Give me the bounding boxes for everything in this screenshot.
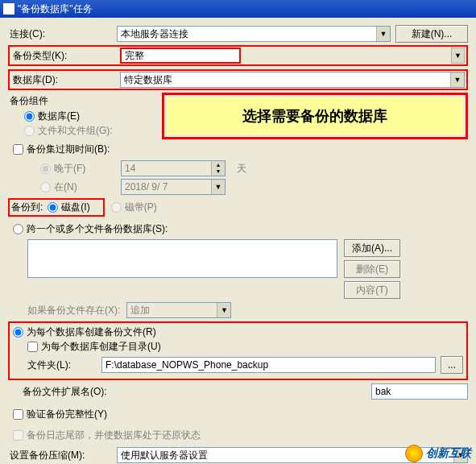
remove-file-button: 删除(E) [344,260,400,278]
connection-label: 连接(C): [8,27,117,41]
files-groups-radio-input [24,126,35,136]
files-groups-label: 文件和文件组(G): [38,124,113,138]
database-value: 特定数据库 [124,73,172,87]
per-db-radio[interactable]: 为每个数据库创建备份文件(R) [13,325,156,339]
disk-label: 磁盘(I) [61,201,89,214]
backup-files-listbox[interactable] [27,239,337,278]
spinner-icon: ▲▼ [211,161,225,176]
on-label: 在(N) [54,180,77,194]
backup-to-label: 备份到: [11,201,43,214]
title-bar: "备份数据库"任务 [0,0,476,18]
verify-checkbox[interactable]: 验证备份完整性(Y) [13,408,107,421]
verify-label: 验证备份完整性(Y) [27,408,107,421]
after-radio: 晚于(F) [40,162,113,176]
contents-button: 内容(T) [344,281,400,299]
compression-label: 设置备份压缩(M): [8,449,117,462]
date-picker: 2018/ 9/ 7 ▼ [121,179,226,195]
create-subdir-label: 为每个数据库创建子目录(U) [41,340,161,354]
across-files-radio[interactable]: 跨一个或多个文件备份数据库(S): [13,222,168,236]
instruction-banner: 选择需要备份的数据库 [167,97,463,135]
days-value: 14 [125,163,135,174]
days-unit: 天 [237,162,246,176]
on-radio: 在(N) [40,180,113,194]
watermark: 创新互联 [405,445,471,462]
per-db-radio-input[interactable] [13,327,23,338]
database-radio[interactable]: 数据库(E) [24,110,80,123]
connection-combo[interactable]: 本地服务器连接 ▼ [117,26,391,42]
browse-folder-button[interactable]: ... [441,356,463,374]
tail-log-checkbox: 备份日志尾部，并使数据库处于还原状态 [13,429,201,442]
database-radio-input[interactable] [24,111,35,122]
after-radio-input [40,164,51,174]
app-icon [3,3,14,14]
dialog-body: 连接(C): 本地服务器连接 ▼ 新建(N)... 备份类型(K): 完整 ▼ … [0,18,476,464]
create-subdir-checkbox[interactable]: 为每个数据库创建子目录(U) [27,340,161,354]
tail-log-label: 备份日志尾部，并使数据库处于还原状态 [27,429,201,442]
if-exists-combo: 追加 ▼ [126,302,231,318]
disk-radio-input[interactable] [48,202,58,213]
title-text: "备份数据库"任务 [18,2,93,16]
watermark-icon [405,445,423,462]
backup-components-label: 备份组件 [8,93,157,110]
if-exists-value: 追加 [130,304,150,317]
extension-input[interactable]: bak [371,383,468,400]
disk-radio[interactable]: 磁盘(I) [48,201,89,214]
chevron-down-icon[interactable]: ▼ [450,72,464,87]
tape-radio: 磁带(P) [111,201,157,214]
files-groups-radio: 文件和文件组(G): [24,124,113,138]
compression-value: 使用默认服务器设置 [121,449,208,462]
add-file-button[interactable]: 添加(A)... [344,239,400,257]
folder-path-input[interactable]: F:\database_NOPWS_Phone_backup [101,357,436,373]
database-combo[interactable]: 特定数据库 ▼ [120,72,465,88]
folder-label: 文件夹(L): [13,358,101,372]
connection-value: 本地服务器连接 [121,27,188,41]
backup-type-dropdown-arrow[interactable]: ▼ [451,48,465,64]
backup-type-label: 备份类型(K): [11,49,120,63]
expiration-checkbox[interactable]: 备份集过期时间(B): [13,143,110,156]
chevron-down-icon: ▼ [211,180,225,194]
if-exists-label: 如果备份文件存在(X): [27,304,120,317]
chevron-down-icon: ▼ [217,303,230,317]
database-label: 数据库(D): [11,73,120,87]
extension-label: 备份文件扩展名(O): [8,385,217,399]
on-radio-input [40,182,51,193]
database-radio-label: 数据库(E) [38,110,80,123]
new-connection-button[interactable]: 新建(N)... [395,25,468,43]
across-files-label: 跨一个或多个文件备份数据库(S): [27,222,168,236]
across-files-radio-input[interactable] [13,224,23,234]
backup-type-combo[interactable]: 完整 [120,48,241,64]
days-spinner: 14 ▲▼ [121,160,226,176]
tail-log-input [13,430,23,441]
per-db-label: 为每个数据库创建备份文件(R) [27,325,156,339]
chevron-down-icon[interactable]: ▼ [376,27,390,41]
watermark-text: 创新互联 [426,446,471,461]
tape-label: 磁带(P) [125,201,157,214]
verify-checkbox-input[interactable] [13,409,23,420]
folder-path-value: F:\database_NOPWS_Phone_backup [106,359,268,371]
backup-type-value: 完整 [125,49,144,63]
date-value: 2018/ 9/ 7 [125,181,168,193]
tape-radio-input [111,202,122,213]
after-label: 晚于(F) [54,162,85,176]
expiration-label: 备份集过期时间(B): [27,143,110,156]
create-subdir-input[interactable] [27,342,38,352]
extension-value: bak [375,386,391,397]
expiration-checkbox-input[interactable] [13,144,23,155]
